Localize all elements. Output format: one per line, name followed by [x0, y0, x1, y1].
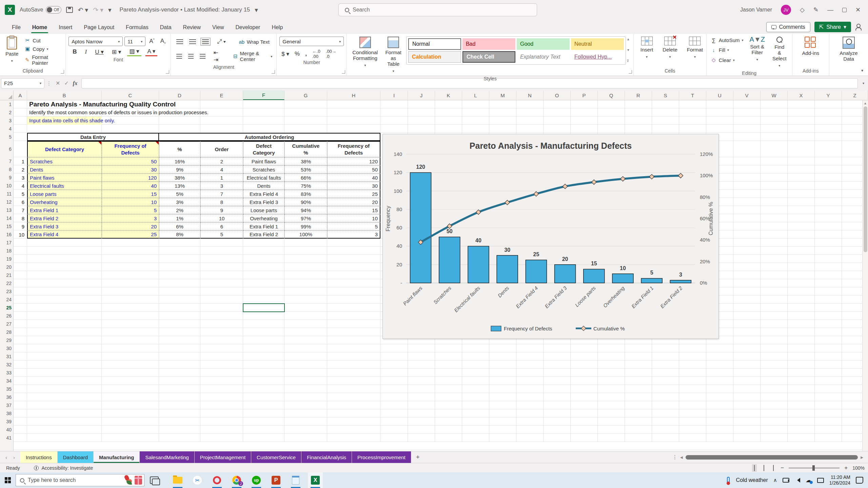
network-icon[interactable]: [817, 478, 824, 483]
select-all-corner[interactable]: [0, 90, 14, 100]
sheet-tab-salesandmarketing[interactable]: SalesandMarketing: [140, 451, 194, 463]
collapse-ribbon-icon[interactable]: ▾: [861, 68, 863, 73]
frequency-cell[interactable]: 30: [102, 165, 159, 174]
increase-font-button[interactable]: A^: [147, 38, 157, 45]
percent-button[interactable]: %: [295, 50, 300, 57]
row-index-cell[interactable]: 6: [14, 198, 26, 206]
column-header-F[interactable]: F: [243, 90, 284, 100]
order-cell[interactable]: 3: [200, 182, 243, 190]
column-header-L[interactable]: L: [462, 90, 489, 100]
ribbon-tab-help[interactable]: Help: [266, 22, 289, 34]
row-header-26[interactable]: 26: [0, 312, 12, 320]
defect-category-cell[interactable]: Extra Field 2: [27, 214, 102, 222]
table-col-header-3[interactable]: %: [159, 141, 200, 157]
zoom-in-button[interactable]: +: [844, 465, 848, 471]
sheet-nav-right-icon[interactable]: ›: [13, 454, 15, 460]
currency-button[interactable]: $ ▾: [281, 50, 289, 58]
row-header-1[interactable]: 1: [0, 100, 12, 108]
align-center-icon[interactable]: [188, 54, 194, 59]
increase-decimal-button[interactable]: ←.0.00: [312, 49, 320, 59]
sorted-frequency-cell[interactable]: 40: [327, 174, 380, 182]
percent-cell[interactable]: 38%: [159, 174, 200, 182]
row-header-12[interactable]: 12: [0, 198, 12, 206]
upwork-taskbar-icon[interactable]: up: [249, 472, 264, 488]
row-header-25[interactable]: 25: [0, 304, 12, 312]
insert-cells-button[interactable]: Insert▾: [638, 35, 656, 61]
font-family-select[interactable]: Aptos Narrow▾: [68, 37, 123, 46]
share-button[interactable]: ⇱Share▾: [814, 22, 851, 32]
order-cell[interactable]: 7: [200, 190, 243, 198]
align-bottom-icon[interactable]: [202, 39, 209, 44]
normal-view-button[interactable]: [752, 464, 757, 472]
column-header-V[interactable]: V: [733, 90, 761, 100]
ribbon-tab-file[interactable]: File: [6, 22, 26, 34]
percent-cell[interactable]: 9%: [159, 165, 200, 174]
column-header-D[interactable]: D: [159, 90, 200, 100]
row-header-20[interactable]: 20: [0, 263, 12, 271]
row-header-41[interactable]: 41: [0, 434, 12, 442]
frequency-cell[interactable]: 40: [102, 182, 159, 190]
row-header-19[interactable]: 19: [0, 255, 12, 263]
start-button[interactable]: [0, 472, 16, 488]
table-col-header-2[interactable]: Frequency of Defects: [102, 141, 159, 157]
conditional-formatting-button[interactable]: Conditional Formatting▾: [350, 35, 380, 69]
customize-quick-access-icon[interactable]: ▾: [108, 6, 112, 14]
task-view-button[interactable]: [150, 476, 159, 484]
sorted-frequency-cell[interactable]: 120: [327, 157, 380, 165]
cumulative-percent-cell[interactable]: 38%: [284, 157, 327, 165]
sorted-category-cell[interactable]: Dents: [243, 182, 284, 190]
cumulative-percent-cell[interactable]: 75%: [284, 182, 327, 190]
defect-category-cell[interactable]: Dents: [27, 165, 102, 174]
gem-icon[interactable]: ◇: [800, 6, 805, 14]
table-col-header-7[interactable]: Frequency of Defects: [327, 141, 380, 157]
row-header-31[interactable]: 31: [0, 352, 12, 361]
defect-category-cell[interactable]: Paint flaws: [27, 174, 102, 182]
expand-formula-bar-icon[interactable]: ▾: [860, 81, 867, 85]
row-header-15[interactable]: 15: [0, 222, 12, 230]
row-header-23[interactable]: 23: [0, 287, 12, 296]
sorted-category-cell[interactable]: Electrical faults: [243, 174, 284, 182]
sorted-frequency-cell[interactable]: 5: [327, 222, 380, 230]
column-header-M[interactable]: M: [489, 90, 516, 100]
cell-style-good[interactable]: Good: [517, 38, 570, 50]
format-as-table-button[interactable]: Format as Table▾: [382, 35, 404, 75]
column-header-Q[interactable]: Q: [598, 90, 625, 100]
scroll-right-icon[interactable]: ▶: [861, 455, 863, 459]
save-icon[interactable]: [66, 7, 73, 13]
speaker-icon[interactable]: [795, 478, 800, 483]
row-index-cell[interactable]: 8: [14, 214, 26, 222]
cell-style-bad[interactable]: Bad: [462, 38, 515, 50]
insert-function-icon[interactable]: fx: [73, 80, 77, 86]
sheet-tab-manufacturing[interactable]: Manufacturing: [94, 451, 140, 463]
row-header-9[interactable]: 9: [0, 174, 12, 182]
sorted-frequency-cell[interactable]: 3: [327, 230, 380, 239]
defect-category-cell[interactable]: Scratches: [27, 157, 102, 165]
notification-center-icon[interactable]: [856, 477, 863, 484]
scroll-up-icon[interactable]: ▲: [864, 101, 867, 105]
frequency-cell[interactable]: 15: [102, 190, 159, 198]
order-cell[interactable]: 9: [200, 206, 243, 214]
toggle-pill[interactable]: Off: [46, 6, 61, 14]
align-top-icon[interactable]: [176, 39, 183, 44]
column-header-A[interactable]: A: [14, 90, 27, 100]
column-header-X[interactable]: X: [788, 90, 815, 100]
order-cell[interactable]: 1: [200, 174, 243, 182]
row-index-cell[interactable]: 9: [14, 222, 26, 230]
cumulative-percent-cell[interactable]: 53%: [284, 165, 327, 174]
sheet-tab-projectmanagement[interactable]: ProjectManagement: [195, 451, 251, 463]
defect-category-cell[interactable]: Overheating: [27, 198, 102, 206]
column-header-I[interactable]: I: [380, 90, 408, 100]
opera-taskbar-icon[interactable]: [210, 472, 224, 488]
column-header-W[interactable]: W: [761, 90, 788, 100]
zoom-level[interactable]: 100%: [852, 465, 865, 471]
row-header-29[interactable]: 29: [0, 336, 12, 344]
percent-cell[interactable]: 5%: [159, 190, 200, 198]
presence-icon[interactable]: [855, 24, 863, 30]
copy-button[interactable]: ▣Copy▾: [23, 45, 63, 53]
table-header-data-entry[interactable]: Data Entry: [27, 133, 159, 141]
cumulative-percent-cell[interactable]: 90%: [284, 198, 327, 206]
order-cell[interactable]: 5: [200, 230, 243, 239]
sheet-tab-customerservice[interactable]: CustomerService: [251, 451, 301, 463]
row-header-36[interactable]: 36: [0, 393, 12, 401]
table-col-header-5[interactable]: Defect Category: [243, 141, 284, 157]
